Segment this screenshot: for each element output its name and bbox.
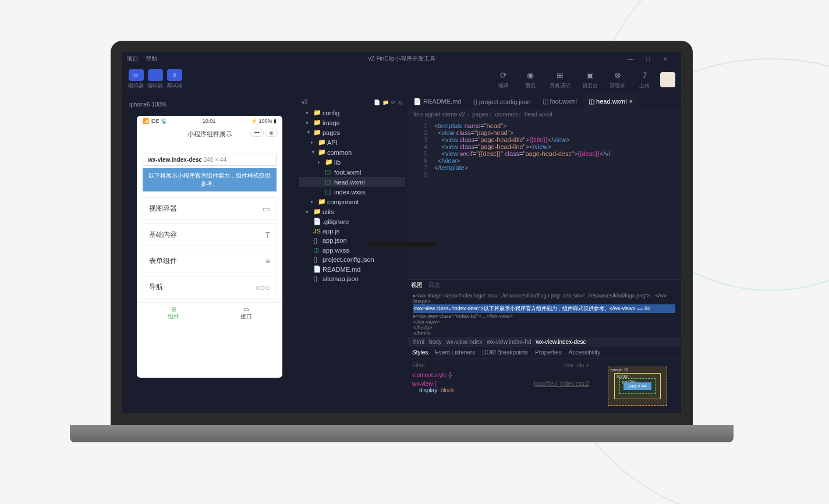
laptop-frame: 项目 帮助 v2-FinClip小程序开发工具 — □ × ▭模拟器编辑器⫴调试… (93, 41, 710, 448)
file-node[interactable]: JSapp.js (299, 226, 405, 236)
highlighted-element[interactable]: 以下将展示小程序官方组件能力，组件样式仅供参考。 (143, 168, 277, 191)
toolbar-模拟器[interactable]: ▭模拟器 (128, 69, 144, 90)
toolbar: ▭模拟器编辑器⫴调试器 ⟳编译◉预览⊞真机调试▣切后台⊗清缓存⤴上传 (122, 65, 681, 94)
file-node[interactable]: ▸📁config (299, 108, 405, 118)
status-time: 10:01 (203, 118, 216, 124)
list-item[interactable]: 基础内容T (143, 223, 277, 246)
style-tab[interactable]: Styles (412, 349, 428, 356)
minimize-icon[interactable]: — (626, 56, 635, 62)
style-tabs: StylesEvent ListenersDOM BreakpointsProp… (408, 347, 681, 359)
code-editor[interactable]: 1<template name="head">2 <view class="pa… (408, 120, 681, 279)
file-node[interactable]: {}project.config.json (299, 255, 405, 264)
toolbar-真机调试[interactable]: ⊞真机调试 (550, 69, 571, 90)
style-tab[interactable]: DOM Breakpoints (482, 349, 528, 356)
new-folder-icon[interactable]: 📁 (382, 100, 389, 105)
style-tab[interactable]: Accessibility (569, 349, 600, 356)
style-filter[interactable]: Filter (412, 362, 425, 368)
file-node[interactable]: ▸📁utils (299, 207, 405, 216)
toolbar-编译[interactable]: ⟳编译 (496, 69, 511, 90)
file-node[interactable]: ▸📁component (299, 197, 405, 207)
tab-more-icon[interactable]: ⋯ (639, 94, 652, 109)
status-battery: ⚡ 100% ▮ (251, 118, 277, 124)
style-tab[interactable]: Event Listeners (435, 349, 475, 356)
toolbar-预览[interactable]: ◉预览 (523, 69, 538, 90)
maximize-icon[interactable]: □ (644, 56, 652, 62)
box-model: margin 10 border - padding - 240 × 44 (594, 359, 681, 413)
devtools-tab-log[interactable]: 日志 (428, 281, 440, 289)
file-node[interactable]: ◫foot.wxml (299, 167, 405, 177)
close-icon[interactable]: × (661, 56, 669, 62)
file-node[interactable]: ▸📁API (299, 137, 405, 147)
phone-tab[interactable]: ▭接口 (210, 303, 282, 324)
phone-tab[interactable]: ⊞组件 (137, 303, 210, 324)
app-title: 小程序组件展示 ••• ◎ (137, 126, 282, 142)
app-close-icon[interactable]: ◎ (265, 129, 278, 137)
css-rules[interactable]: Filter :hov .cls + element.style {}</spa… (408, 359, 594, 413)
refresh-icon[interactable]: ⟳ (391, 100, 396, 105)
devtools: 视图 日志 ▸<wx-image class="index-logo" src=… (408, 279, 681, 413)
toolbar-调试器[interactable]: ⫴调试器 (166, 69, 182, 90)
simulator-panel: iphone6 100% 📶 IDE 📡 10:01 ⚡ 100% ▮ 小程序组… (122, 94, 297, 413)
file-node[interactable]: ◫index.wxss (299, 187, 405, 197)
project-root[interactable]: v2 (302, 99, 308, 105)
list-item[interactable]: 视图容器▭ (143, 197, 277, 220)
toolbar-切后台[interactable]: ▣切后台 (582, 69, 598, 90)
avatar[interactable] (660, 72, 675, 87)
editor-tabs: 📄 README.md{} project.config.json◫ foot.… (408, 94, 681, 109)
toolbar-清缓存[interactable]: ⊗清缓存 (610, 69, 625, 90)
file-node[interactable]: ▼📁pages (299, 127, 405, 137)
breadcrumb[interactable]: fino-applet-demo-v2pagescommonhead.wxml (408, 109, 681, 120)
menu-help[interactable]: 帮助 (146, 55, 157, 63)
style-hov[interactable]: :hov .cls + (563, 362, 589, 368)
editor-panel: 📄 README.md{} project.config.json◫ foot.… (408, 94, 681, 413)
dom-tree[interactable]: ▸<wx-image class="index-logo" src="../re… (408, 290, 681, 337)
editor-tab[interactable]: 📄 README.md (408, 94, 467, 109)
list-item[interactable]: 表单组件≡ (143, 250, 277, 272)
file-node[interactable]: ▸📁image (299, 118, 405, 127)
menu-project[interactable]: 项目 (127, 55, 139, 63)
dom-breadcrumb[interactable]: htmlbodywx-view.indexwx-view.index-hdwx-… (408, 337, 681, 347)
status-carrier: 📶 IDE 📡 (143, 118, 167, 124)
editor-tab[interactable]: {} project.config.json (467, 94, 536, 109)
toolbar-上传[interactable]: ⤴上传 (637, 69, 652, 90)
editor-tab[interactable]: ◫ head.wxml × (583, 94, 638, 109)
file-explorer[interactable]: v2 📄 📁 ⟳ ⊟ ▸📁config▸📁image▼📁pages▸📁API▼📁… (297, 94, 408, 413)
window-title: v2-FinClip小程序开发工具 (368, 55, 435, 63)
style-tab[interactable]: Properties (535, 349, 562, 356)
toolbar-编辑器[interactable]: 编辑器 (147, 69, 163, 90)
file-node[interactable]: 📄README.md (299, 264, 405, 274)
editor-tab[interactable]: ◫ foot.wxml (537, 94, 583, 109)
app-menu-icon[interactable]: ••• (250, 129, 264, 137)
simulator-device-label: iphone6 100% (127, 99, 292, 110)
ide-window: 项目 帮助 v2-FinClip小程序开发工具 — □ × ▭模拟器编辑器⫴调试… (111, 41, 693, 425)
file-node[interactable]: ▸📁lib (299, 157, 405, 167)
tab-close-icon[interactable]: × (629, 98, 633, 105)
file-node[interactable]: ▼📁common (299, 147, 405, 157)
menubar: 项目 帮助 v2-FinClip小程序开发工具 — □ × (122, 52, 681, 65)
new-file-icon[interactable]: 📄 (374, 100, 380, 105)
file-node[interactable]: ◫head.wxml (299, 177, 405, 187)
list-item[interactable]: 导航○○○ (143, 276, 277, 299)
file-node[interactable]: 📄.gitignore (299, 216, 405, 226)
collapse-icon[interactable]: ⊟ (398, 100, 403, 105)
inspector-tooltip: wx-view.index-desc 240 × 44 (143, 154, 277, 166)
devtools-tab-view[interactable]: 视图 (411, 281, 423, 289)
file-node[interactable]: {}sitemap.json (299, 274, 405, 283)
phone-preview[interactable]: 📶 IDE 📡 10:01 ⚡ 100% ▮ 小程序组件展示 ••• ◎ wx-… (137, 116, 282, 378)
